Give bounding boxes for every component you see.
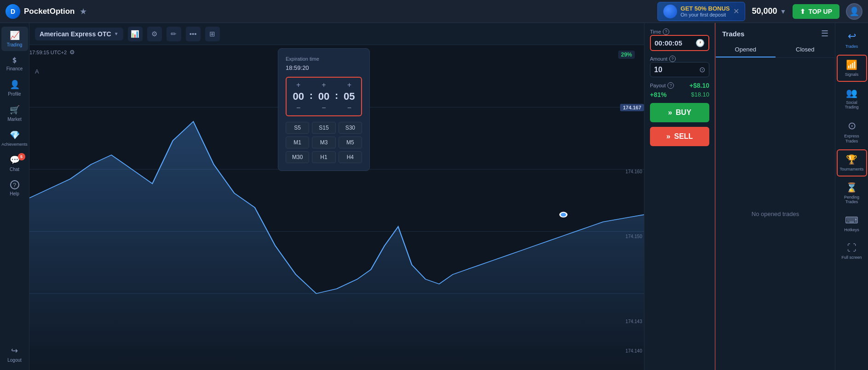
- payout-label: Payout ?: [650, 82, 674, 89]
- topup-icon: ⬆: [800, 8, 805, 15]
- logout-icon: ↪: [11, 346, 18, 356]
- hours-decrement[interactable]: −: [296, 104, 300, 112]
- preset-m3[interactable]: M3: [312, 137, 335, 148]
- finance-icon: $: [12, 56, 17, 64]
- logo-icon: D: [6, 4, 20, 19]
- sidebar-item-logout[interactable]: ↪ Logout: [1, 342, 28, 366]
- rs-item-pending-trades[interactable]: ⌛ Pending Trades: [837, 177, 867, 210]
- preset-m1[interactable]: M1: [286, 137, 309, 148]
- topbar-left: D PocketOption ★: [6, 4, 87, 19]
- profile-icon: 👤: [10, 80, 20, 90]
- topup-button[interactable]: ⬆ TOP UP: [793, 4, 839, 19]
- hours-col: + 00 −: [289, 81, 308, 112]
- clock-icon[interactable]: 🕐: [696, 39, 705, 47]
- time-input-box[interactable]: 00:00:05 🕐: [650, 35, 709, 51]
- seconds-decrement[interactable]: −: [347, 104, 351, 112]
- expiration-time: 18:59:20: [286, 64, 362, 71]
- preset-s30[interactable]: S30: [339, 122, 362, 134]
- favorite-icon[interactable]: ★: [80, 6, 87, 17]
- sidebar-item-achievements[interactable]: 💎 Achievements: [1, 126, 28, 150]
- asset-selector[interactable]: American Express OTC ▼: [35, 28, 123, 40]
- sidebar-item-finance[interactable]: $ Finance: [1, 52, 28, 75]
- fullscreen-rs-label: Full screen: [841, 255, 862, 260]
- payout-info-icon[interactable]: ?: [667, 82, 674, 89]
- seconds-value: 05: [340, 91, 358, 102]
- bonus-banner[interactable]: GET 50% BONUS On your first deposit ✕: [657, 2, 746, 21]
- time-separator-2: :: [335, 90, 338, 103]
- left-sidebar: 📈 Trading $ Finance 👤 Profile 🛒 Market 💎…: [0, 23, 29, 370]
- chart-type-btn[interactable]: 📊: [128, 27, 143, 41]
- sidebar-item-help[interactable]: ? Help: [1, 176, 28, 200]
- price-174140: 174.140: [624, 348, 644, 354]
- seconds-increment[interactable]: +: [347, 81, 351, 89]
- minutes-decrement[interactable]: −: [322, 104, 326, 112]
- sidebar-item-trading[interactable]: 📈 Trading: [1, 27, 28, 51]
- amount-value: 10: [654, 66, 662, 74]
- logout-label: Logout: [7, 358, 22, 363]
- time-input-value: 00:00:05: [655, 39, 682, 47]
- seconds-col: + 05 −: [340, 81, 358, 112]
- chart-grid-btn[interactable]: ⊞: [205, 27, 220, 41]
- rs-item-trades[interactable]: ↩ Trades: [837, 26, 867, 54]
- refresh-icon[interactable]: ⊙: [699, 65, 705, 74]
- main-layout: 📈 Trading $ Finance 👤 Profile 🛒 Market 💎…: [0, 23, 868, 370]
- balance-area: 50,000 ▼: [752, 6, 786, 16]
- preset-h1[interactable]: H1: [312, 151, 335, 163]
- chart-draw-btn[interactable]: ✏: [167, 27, 181, 41]
- rs-item-tournaments[interactable]: 🏆 Tournaments: [837, 149, 867, 176]
- rs-item-signals[interactable]: 📶 Signals: [837, 55, 867, 82]
- rs-item-hotkeys[interactable]: ⌨ Hotkeys: [837, 210, 867, 237]
- amount-info-icon[interactable]: ?: [669, 56, 676, 62]
- preset-h4[interactable]: H4: [339, 151, 362, 163]
- finance-label: Finance: [6, 66, 23, 71]
- rs-item-express-trades[interactable]: ⊙ Express Trades: [837, 115, 867, 148]
- time-info-icon[interactable]: ?: [663, 28, 669, 35]
- chart-toolbar: American Express OTC ▼ 📊 ⚙ ✏ ••• ⊞: [29, 23, 644, 45]
- rs-item-social-trading[interactable]: 👥 Social Trading: [837, 83, 867, 115]
- buy-label: BUY: [676, 108, 691, 117]
- avatar[interactable]: 👤: [846, 3, 862, 20]
- balance-dropdown-icon[interactable]: ▼: [780, 8, 787, 15]
- datetime-settings-icon[interactable]: ⚙: [69, 49, 75, 56]
- payout-percent: +81%: [650, 91, 667, 98]
- minutes-col: + 00 −: [315, 81, 333, 112]
- social-trading-rs-label: Social Trading: [839, 100, 864, 110]
- signals-rs-label: Signals: [845, 72, 859, 77]
- price-174160: 174.160: [624, 169, 644, 175]
- sidebar-item-chat[interactable]: 5 💬 Chat: [1, 151, 28, 176]
- sidebar-item-profile[interactable]: 👤 Profile: [1, 76, 28, 100]
- top-bar: D PocketOption ★ GET 50% BONUS On your f…: [0, 0, 868, 23]
- preset-s15[interactable]: S15: [312, 122, 335, 134]
- amount-input-box[interactable]: 10 ⊙: [650, 62, 709, 77]
- trades-header: Trades ☰: [716, 23, 835, 39]
- minutes-value: 00: [315, 91, 333, 102]
- tournaments-rs-label: Tournaments: [839, 167, 863, 172]
- market-icon: 🛒: [10, 105, 20, 115]
- tab-closed[interactable]: Closed: [776, 42, 835, 57]
- time-section: Time ? 00:00:05 🕐: [650, 28, 709, 51]
- trades-panel: Trades ☰ Opened Closed No opened trades: [715, 23, 835, 370]
- chart-more-btn[interactable]: •••: [186, 27, 201, 41]
- bonus-close-icon[interactable]: ✕: [733, 7, 739, 16]
- chart-settings-btn[interactable]: ⚙: [147, 27, 162, 41]
- time-separator-1: :: [310, 90, 313, 103]
- sell-button[interactable]: » SELL: [650, 127, 709, 146]
- preset-s5[interactable]: S5: [286, 122, 309, 134]
- trades-menu-icon[interactable]: ☰: [821, 28, 828, 39]
- right-sidebar: ↩ Trades 📶 Signals 👥 Social Trading ⊙ Ex…: [835, 23, 868, 370]
- help-label: Help: [10, 191, 19, 196]
- sidebar-item-market[interactable]: 🛒 Market: [1, 101, 28, 125]
- buy-arrow-icon: »: [668, 108, 672, 117]
- logo[interactable]: D PocketOption: [6, 4, 75, 19]
- tab-opened[interactable]: Opened: [716, 42, 776, 57]
- buy-button[interactable]: » BUY: [650, 103, 709, 122]
- time-presets: S5 S15 S30 M1 M3 M5 M30 H1 H4: [286, 122, 362, 163]
- preset-m30[interactable]: M30: [286, 151, 309, 163]
- hours-increment[interactable]: +: [296, 81, 300, 89]
- time-picker: + 00 − : + 00 − : + 05 −: [286, 77, 362, 116]
- payout-section: Payout ? +$8.10 +81% $18.10: [650, 82, 709, 98]
- rs-item-fullscreen[interactable]: ⛶ Full screen: [837, 238, 867, 265]
- minutes-increment[interactable]: +: [322, 81, 326, 89]
- preset-m5[interactable]: M5: [339, 137, 362, 148]
- achievements-label: Achievements: [1, 142, 28, 147]
